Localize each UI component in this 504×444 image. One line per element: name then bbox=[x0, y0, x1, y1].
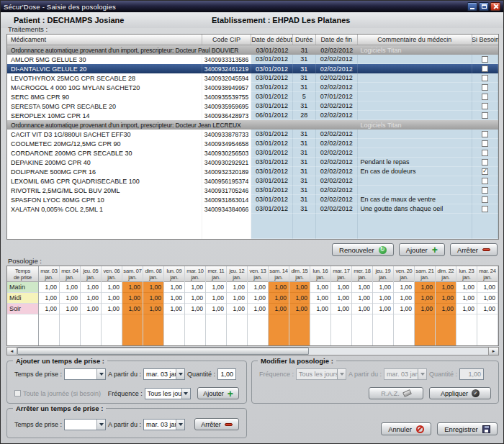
posology-value-cell[interactable]: 1,00 bbox=[352, 293, 372, 304]
col-date-fin[interactable]: Date de fin bbox=[316, 35, 358, 45]
posology-value-cell[interactable]: 1,00 bbox=[164, 282, 184, 293]
posology-value-cell[interactable]: 1,00 bbox=[331, 282, 351, 293]
stop-time-arreter-button[interactable]: Arrêter bbox=[194, 418, 239, 430]
posology-value-cell[interactable]: 1,00 bbox=[310, 282, 330, 293]
posology-value-cell[interactable]: 1,00 bbox=[331, 304, 351, 314]
posology-value-cell[interactable]: 1,00 bbox=[269, 293, 289, 304]
ajouter-button[interactable]: Ajouter + bbox=[399, 243, 445, 256]
appliquer-button[interactable]: Appliquer ✓ bbox=[429, 387, 491, 399]
posology-value-cell[interactable]: 1,00 bbox=[415, 282, 435, 293]
si-besoin-checkbox[interactable] bbox=[482, 187, 488, 194]
posology-value-cell[interactable]: 1,00 bbox=[81, 293, 101, 304]
quantite-input[interactable]: 1,00 bbox=[217, 368, 236, 380]
treatment-row[interactable]: SPASFON LYOC 80MG CPR 10340093186301403/… bbox=[7, 195, 498, 204]
ordonnance-group-row[interactable]: Ordonnance automatique provenant d'un im… bbox=[7, 45, 498, 55]
si-besoin-checkbox[interactable] bbox=[482, 178, 488, 184]
col-commentaire[interactable]: Commentaire du médecin bbox=[358, 35, 473, 45]
posology-value-cell[interactable]: 1,00 bbox=[102, 293, 122, 304]
treatment-row[interactable]: COOLMETEC 20MG/12,5MG CPR 90340093495465… bbox=[7, 139, 498, 148]
posology-value-cell[interactable]: 1,00 bbox=[143, 304, 163, 314]
posology-value-cell[interactable]: 1,00 bbox=[185, 282, 205, 293]
posology-value-cell[interactable]: 1,00 bbox=[227, 304, 247, 314]
posology-value-cell[interactable]: 1,00 bbox=[206, 293, 226, 304]
treatment-row[interactable]: CACIT VIT D3 1G/880UI SACHET EFF30340093… bbox=[7, 130, 498, 139]
posology-value-cell[interactable]: 1,00 bbox=[185, 293, 205, 304]
posology-value-cell[interactable]: 1,00 bbox=[331, 293, 351, 304]
raz-button[interactable]: R.A.Z. bbox=[369, 387, 423, 399]
posology-value-cell[interactable]: 1,00 bbox=[289, 293, 310, 304]
posology-value-cell[interactable]: 1,00 bbox=[477, 304, 498, 314]
posology-value-cell[interactable]: 1,00 bbox=[206, 304, 226, 314]
maximize-button[interactable] bbox=[479, 2, 489, 11]
posology-value-cell[interactable]: 1,00 bbox=[415, 304, 435, 314]
add-time-ajouter-button[interactable]: Ajouter + bbox=[197, 387, 239, 399]
si-besoin-checkbox[interactable] bbox=[482, 94, 488, 100]
posology-value-cell[interactable]: 1,00 bbox=[289, 282, 310, 293]
col-si-besoin[interactable]: Si Besoin bbox=[472, 35, 498, 45]
posology-value-cell[interactable]: 1,00 bbox=[373, 282, 393, 293]
temps-de-prise-select[interactable] bbox=[64, 368, 106, 380]
si-besoin-checkbox[interactable] bbox=[482, 206, 488, 212]
treatment-row[interactable]: DEPAKINE 200MG CPR 40340093029292103/01/… bbox=[7, 158, 498, 167]
si-besoin-checkbox[interactable] bbox=[482, 131, 488, 137]
si-besoin-checkbox[interactable] bbox=[482, 159, 488, 166]
a-partir-du-select[interactable]: mar. 03 jan. bbox=[143, 368, 185, 380]
annuler-button[interactable]: Annuler bbox=[381, 422, 431, 435]
si-besoin-checkbox[interactable] bbox=[482, 75, 488, 81]
posology-value-cell[interactable]: 1,00 bbox=[248, 282, 268, 293]
minimize-button[interactable] bbox=[467, 2, 477, 11]
enregistrer-button[interactable]: Enregistrer bbox=[437, 422, 498, 435]
posology-value-cell[interactable]: 1,00 bbox=[39, 282, 59, 293]
posology-value-cell[interactable]: 1,00 bbox=[185, 304, 205, 314]
treatment-row[interactable]: SERESTA 50MG CPR SECABLE 203400935959695… bbox=[7, 101, 498, 111]
col-date-debut[interactable]: Date de début bbox=[251, 35, 293, 45]
posology-value-cell[interactable]: 1,00 bbox=[436, 304, 456, 314]
posology-value-cell[interactable]: 1,00 bbox=[456, 304, 477, 314]
posology-value-cell[interactable]: 1,00 bbox=[227, 293, 247, 304]
posology-value-cell[interactable]: 1,00 bbox=[248, 293, 268, 304]
posology-value-cell[interactable]: 1,00 bbox=[289, 304, 310, 314]
posology-value-cell[interactable]: 1,00 bbox=[373, 293, 393, 304]
treatment-row[interactable]: LEVOTHYROX 25MCG CPR SECABLE 28340093204… bbox=[7, 73, 498, 83]
ordonnance-group-row[interactable]: Ordonnance automatique provenant d'un im… bbox=[7, 120, 498, 130]
treatment-row[interactable]: MACROGOL 4 000 10G MYLAN SACHET203400938… bbox=[7, 83, 498, 92]
si-besoin-checkbox[interactable] bbox=[482, 196, 488, 203]
posology-value-cell[interactable]: 1,00 bbox=[456, 293, 477, 304]
stop-temps-de-prise-select[interactable] bbox=[64, 419, 106, 430]
col-code-cip[interactable]: Code CIP bbox=[202, 35, 251, 45]
posology-value-cell[interactable]: 1,00 bbox=[102, 282, 122, 293]
si-besoin-checkbox[interactable] bbox=[482, 103, 488, 109]
posology-value-cell[interactable]: 1,00 bbox=[39, 293, 59, 304]
treatment-row[interactable]: DOLIPRANE 500MG CPR 16340093232018903/01… bbox=[7, 167, 498, 176]
posology-value-cell[interactable]: 1,00 bbox=[394, 293, 414, 304]
posology-value-cell[interactable]: 1,00 bbox=[269, 282, 289, 293]
posology-value-cell[interactable]: 1,00 bbox=[122, 304, 143, 314]
toute-la-journee-checkbox[interactable] bbox=[14, 390, 21, 397]
posology-value-cell[interactable]: 1,00 bbox=[415, 293, 435, 304]
posology-value-cell[interactable]: 1,00 bbox=[394, 304, 414, 314]
si-besoin-checkbox[interactable] bbox=[482, 140, 488, 147]
posology-value-cell[interactable]: 1,00 bbox=[373, 304, 393, 314]
posology-value-cell[interactable]: 1,00 bbox=[436, 282, 456, 293]
arreter-button[interactable]: Arrêter bbox=[450, 243, 498, 256]
treatment-row[interactable]: LEXOMIL 6MG CPR QUADRISECABLE 1003400956… bbox=[7, 176, 498, 186]
posology-value-cell[interactable]: 1,00 bbox=[310, 304, 330, 314]
col-duree[interactable]: Durée bbox=[293, 35, 316, 45]
posology-value-cell[interactable]: 1,00 bbox=[122, 293, 143, 304]
posology-value-cell[interactable]: 1,00 bbox=[310, 293, 330, 304]
renouveler-button[interactable]: Renouveler ↻ bbox=[332, 243, 394, 256]
posology-value-cell[interactable]: 1,00 bbox=[60, 282, 80, 293]
posology-value-cell[interactable]: 1,00 bbox=[143, 282, 163, 293]
posology-value-cell[interactable]: 1,00 bbox=[81, 304, 101, 314]
posology-value-cell[interactable]: 1,00 bbox=[122, 282, 143, 293]
si-besoin-checkbox[interactable] bbox=[482, 112, 488, 119]
treatment-row[interactable]: AMLOR 5MG GELULE 30340093331358603/01/20… bbox=[7, 55, 498, 64]
treatment-row[interactable]: RIVOTRIL 2,5MG/ML SOL BUV 20ML3400931705… bbox=[7, 186, 498, 195]
treatment-row[interactable]: DI-ANTALVIC GELULE 20340093246121903/01/… bbox=[7, 64, 498, 73]
posology-value-cell[interactable]: 1,00 bbox=[248, 304, 268, 314]
posology-value-cell[interactable]: 1,00 bbox=[269, 304, 289, 314]
posology-value-cell[interactable]: 1,00 bbox=[60, 293, 80, 304]
scrollbar-track[interactable] bbox=[17, 348, 488, 355]
posology-value-cell[interactable]: 1,00 bbox=[227, 282, 247, 293]
stop-a-partir-du-select[interactable]: mar. 03 jan. bbox=[143, 419, 185, 430]
